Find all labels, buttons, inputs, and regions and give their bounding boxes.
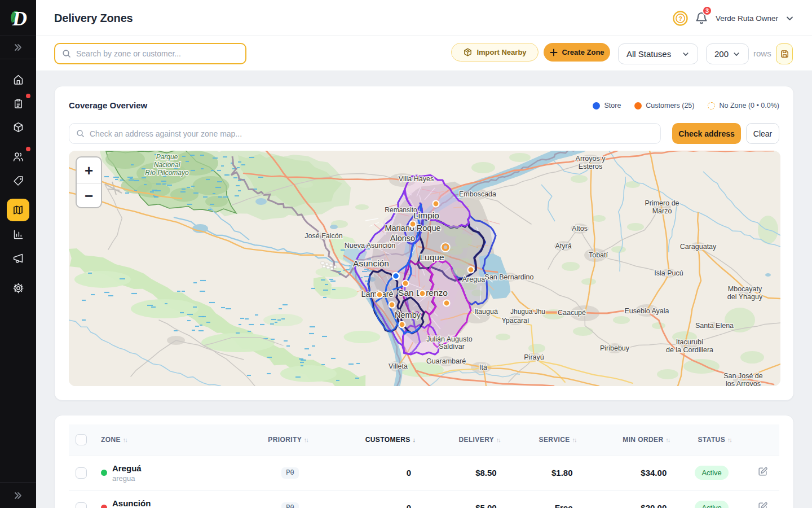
svg-text:Itauguá: Itauguá [474, 308, 498, 316]
svg-text:de la Cordillera: de la Cordillera [666, 346, 713, 354]
svg-text:Villeta: Villeta [389, 362, 408, 370]
svg-text:Caraguatay: Caraguatay [680, 243, 717, 251]
svg-text:Altos: Altos [572, 225, 588, 233]
svg-text:San José de: San José de [723, 372, 763, 380]
svg-text:Mbocayaty: Mbocayaty [728, 285, 762, 293]
svg-text:Remansito: Remansito [385, 206, 417, 214]
svg-text:Itacurubí: Itacurubí [676, 338, 704, 346]
svg-text:Arroyos y: Arroyos y [576, 155, 606, 163]
svg-text:D: D [12, 7, 27, 30]
svg-text:Marzo: Marzo [652, 207, 672, 215]
svg-text:José Falcón: José Falcón [304, 232, 342, 240]
svg-text:?: ? [678, 15, 682, 21]
svg-text:Emboscada: Emboscada [459, 190, 496, 198]
svg-text:Ypacaraí: Ypacaraí [501, 317, 529, 325]
svg-text:San Bernardino: San Bernardino [485, 273, 534, 281]
svg-text:Caacupé: Caacupé [558, 309, 586, 317]
svg-text:Julián Augusto: Julián Augusto [426, 335, 472, 343]
svg-text:Parque: Parque [156, 153, 178, 161]
svg-text:Piribebuy: Piribebuy [600, 344, 630, 352]
svg-text:Tobatí: Tobatí [589, 251, 608, 259]
svg-text:Santa Elena: Santa Elena [695, 322, 734, 330]
svg-text:del Yhaguy: del Yhaguy [727, 293, 763, 301]
svg-text:Isla Pucú: Isla Pucú [654, 269, 683, 277]
svg-text:Limpio: Limpio [413, 211, 439, 220]
svg-text:los Arroyos: los Arroyos [726, 380, 761, 386]
svg-text:Eusebio Ayala: Eusebio Ayala [625, 307, 669, 315]
svg-text:Villa Hayes: Villa Hayes [399, 175, 434, 183]
svg-text:Pirayú: Pirayú [524, 353, 544, 361]
svg-text:Esteros: Esteros [579, 163, 602, 170]
svg-text:Ñemby: Ñemby [395, 310, 421, 319]
svg-text:Itá: Itá [479, 364, 487, 371]
svg-text:Río Pilcomayo: Río Pilcomayo [145, 169, 189, 177]
svg-text:Jhugua Jhu: Jhugua Jhu [510, 308, 545, 316]
svg-text:Atyrá: Atyrá [555, 242, 571, 250]
svg-text:Nueva Asunción: Nueva Asunción [345, 242, 395, 249]
svg-text:Saldívar: Saldívar [439, 343, 465, 351]
svg-text:Guarambaré: Guarambaré [426, 357, 466, 365]
svg-text:Asunción: Asunción [353, 259, 389, 268]
svg-text:Luque: Luque [420, 252, 444, 262]
svg-text:Aregua: Aregua [462, 275, 485, 283]
svg-text:Alonso: Alonso [390, 234, 415, 243]
svg-text:Primero de: Primero de [645, 199, 679, 207]
svg-text:Nacional: Nacional [154, 161, 180, 169]
